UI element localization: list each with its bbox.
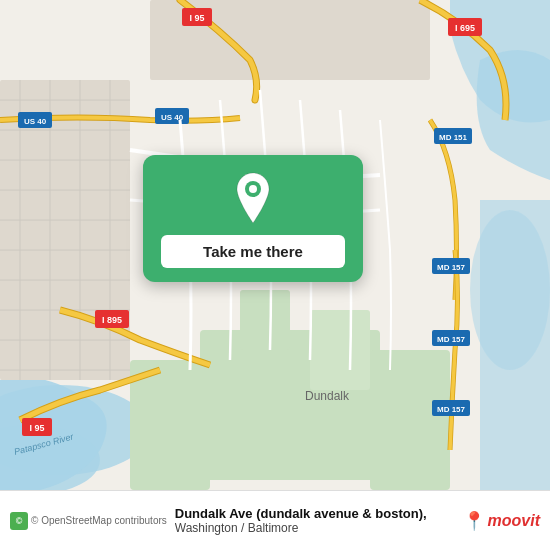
svg-point-49 bbox=[249, 185, 257, 193]
svg-text:MD 157: MD 157 bbox=[437, 405, 466, 414]
location-pin-icon bbox=[231, 171, 275, 225]
moovit-logo: 📍 moovit bbox=[463, 510, 540, 532]
svg-rect-22 bbox=[370, 350, 450, 490]
popup-card: Take me there bbox=[143, 155, 363, 282]
location-sub: Washington / Baltimore bbox=[175, 521, 455, 535]
moovit-pin-icon: 📍 bbox=[463, 510, 485, 532]
bottom-bar: © © OpenStreetMap contributors Dundalk A… bbox=[0, 490, 550, 550]
svg-rect-23 bbox=[310, 310, 370, 390]
svg-text:MD 157: MD 157 bbox=[437, 263, 466, 272]
location-info: Dundalk Ave (dundalk avenue & boston), W… bbox=[175, 506, 455, 535]
osm-logo: © © OpenStreetMap contributors bbox=[10, 512, 167, 530]
osm-credit: © OpenStreetMap contributors bbox=[31, 515, 167, 526]
svg-text:MD 157: MD 157 bbox=[437, 335, 466, 344]
svg-text:Dundalk: Dundalk bbox=[305, 389, 350, 403]
map-container: I 95 US 40 US 40 I 695 MD 151 MD 157 MD … bbox=[0, 0, 550, 490]
svg-rect-24 bbox=[240, 290, 290, 350]
svg-point-4 bbox=[470, 210, 550, 370]
moovit-text: moovit bbox=[488, 512, 540, 530]
svg-text:I 895: I 895 bbox=[102, 315, 122, 325]
svg-text:I 95: I 95 bbox=[29, 423, 44, 433]
svg-text:I 95: I 95 bbox=[189, 13, 204, 23]
svg-text:US 40: US 40 bbox=[24, 117, 47, 126]
svg-text:MD 151: MD 151 bbox=[439, 133, 468, 142]
location-name: Dundalk Ave (dundalk avenue & boston), bbox=[175, 506, 455, 521]
osm-icon: © bbox=[10, 512, 28, 530]
take-me-there-button[interactable]: Take me there bbox=[161, 235, 345, 268]
svg-text:I 695: I 695 bbox=[455, 23, 475, 33]
